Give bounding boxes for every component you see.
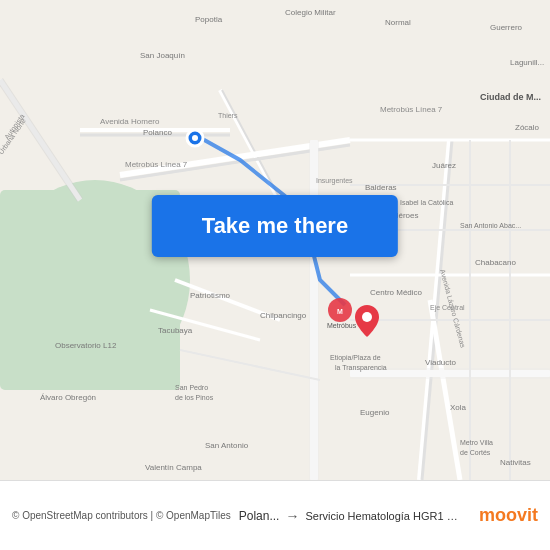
svg-text:de Cortés: de Cortés [460, 449, 491, 456]
svg-text:Colegio Militar: Colegio Militar [285, 8, 336, 17]
destination-pin [355, 305, 379, 341]
svg-point-76 [362, 312, 372, 322]
svg-text:Polanco: Polanco [143, 128, 172, 137]
svg-text:M: M [337, 308, 343, 315]
svg-text:Metrobús Línea 7: Metrobús Línea 7 [380, 105, 443, 114]
svg-text:Normal: Normal [385, 18, 411, 27]
svg-text:San Antonio: San Antonio [205, 441, 249, 450]
svg-text:Xola: Xola [450, 403, 467, 412]
svg-text:Chabacano: Chabacano [475, 258, 516, 267]
svg-text:Viaducto: Viaducto [425, 358, 457, 367]
svg-text:Tacubaya: Tacubaya [158, 326, 193, 335]
take-me-there-button[interactable]: Take me there [152, 195, 398, 257]
svg-rect-12 [309, 140, 319, 480]
svg-text:Observatorio L12: Observatorio L12 [55, 341, 117, 350]
svg-text:Álvaro Obregón: Álvaro Obregón [40, 393, 96, 402]
bottom-bar: © OpenStreetMap contributors | © OpenMap… [0, 480, 550, 550]
moovit-logo: moovit [479, 505, 538, 526]
svg-text:Eugenio: Eugenio [360, 408, 390, 417]
svg-text:Valentín Campa: Valentín Campa [145, 463, 202, 472]
origin-label: Polan... [239, 509, 280, 523]
svg-text:Avenida Homero: Avenida Homero [100, 117, 160, 126]
origin-pin [185, 128, 205, 152]
arrow-icon: → [285, 508, 299, 524]
svg-point-75 [192, 135, 198, 141]
svg-text:Insurgentes: Insurgentes [316, 177, 353, 185]
svg-text:Nativitas: Nativitas [500, 458, 531, 467]
svg-text:Etiopia/Plaza de: Etiopia/Plaza de [330, 354, 381, 362]
cta-button-container: Take me there [152, 195, 398, 257]
svg-text:Thiers: Thiers [218, 112, 238, 119]
svg-text:Lagunill...: Lagunill... [510, 58, 544, 67]
svg-text:de los Pinos: de los Pinos [175, 394, 214, 401]
svg-text:Popotla: Popotla [195, 15, 223, 24]
destination-label: Servicio Hematología HGR1 Carlos Mac G..… [305, 510, 465, 522]
svg-text:San Pedro: San Pedro [175, 384, 208, 391]
svg-text:Isabel la Católica: Isabel la Católica [400, 199, 453, 206]
copyright-text: © OpenStreetMap contributors | © OpenMap… [12, 510, 231, 521]
svg-text:la Transparencia: la Transparencia [335, 364, 387, 372]
svg-text:Juárez: Juárez [432, 161, 456, 170]
svg-text:Metrobús Línea 7: Metrobús Línea 7 [125, 160, 188, 169]
svg-text:Guerrero: Guerrero [490, 23, 523, 32]
map-container: Autopista Urbana Norte Avenida Homero Me… [0, 0, 550, 480]
svg-text:San Joaquín: San Joaquín [140, 51, 185, 60]
svg-text:San Antonio Abac...: San Antonio Abac... [460, 222, 521, 229]
svg-text:Chilpancingo: Chilpancingo [260, 311, 307, 320]
svg-text:Zócalo: Zócalo [515, 123, 540, 132]
svg-text:Metro Villa: Metro Villa [460, 439, 493, 446]
route-info: Polan... → Servicio Hematología HGR1 Car… [239, 505, 538, 526]
svg-text:Metróbus: Metróbus [327, 322, 357, 329]
svg-text:Ciudad de M...: Ciudad de M... [480, 92, 541, 102]
svg-text:Eje Central: Eje Central [430, 304, 465, 312]
svg-text:Centro Médico: Centro Médico [370, 288, 423, 297]
svg-text:Balderas: Balderas [365, 183, 397, 192]
svg-text:Patriotismo: Patriotismo [190, 291, 231, 300]
